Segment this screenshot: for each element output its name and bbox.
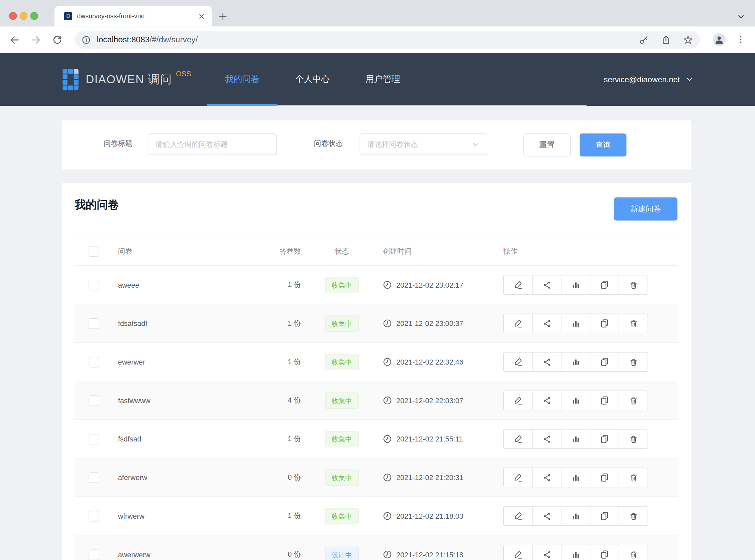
copy-icon	[599, 280, 610, 289]
url-text[interactable]: localhost:8083/#/dw/survey/	[97, 35, 198, 45]
stats-button[interactable]	[561, 314, 590, 333]
copy-button[interactable]	[590, 467, 619, 487]
reload-button[interactable]	[50, 33, 64, 47]
bookmark-star-icon[interactable]	[683, 34, 693, 45]
delete-button[interactable]	[619, 429, 648, 449]
create-survey-button[interactable]: 新建问卷	[614, 197, 677, 220]
edit-button[interactable]	[503, 275, 533, 295]
clock-icon	[383, 280, 392, 289]
search-button[interactable]: 查询	[580, 134, 627, 157]
password-key-icon[interactable]	[638, 34, 649, 45]
copy-button[interactable]	[590, 314, 619, 333]
reset-button[interactable]: 重置	[523, 134, 571, 157]
share-icon	[542, 550, 552, 559]
edit-button[interactable]	[503, 506, 533, 526]
copy-button[interactable]	[590, 391, 619, 410]
delete-button[interactable]	[619, 506, 648, 526]
edit-button[interactable]	[503, 391, 533, 410]
brand[interactable]: DIAOWEN 调问 OSS	[63, 53, 191, 106]
row-checkbox[interactable]	[88, 511, 99, 521]
clock-icon	[383, 473, 392, 482]
share-button[interactable]	[532, 391, 561, 410]
browser-menu-icon[interactable]	[736, 34, 746, 45]
stats-button[interactable]	[561, 545, 590, 560]
browser-profile-avatar[interactable]	[713, 33, 726, 46]
share-button[interactable]	[532, 467, 561, 487]
window-minimize-button[interactable]	[20, 12, 27, 20]
stats-button[interactable]	[561, 429, 590, 449]
created-time: 2021-12-02 22:03:07	[396, 396, 463, 404]
window-zoom-button[interactable]	[30, 12, 38, 20]
status-badge: 收集中	[325, 392, 359, 408]
response-count: 1 份	[262, 319, 306, 328]
col-header-name: 问卷	[113, 247, 262, 256]
stats-button[interactable]	[561, 506, 590, 526]
nav-item-my-surveys[interactable]: 我的问卷	[207, 53, 277, 105]
created-time: 2021-12-02 21:18:03	[396, 512, 463, 520]
row-checkbox[interactable]	[88, 472, 99, 483]
url-path: /#/dw/survey/	[149, 35, 198, 44]
select-all-checkbox[interactable]	[88, 246, 99, 257]
row-checkbox[interactable]	[88, 357, 99, 367]
edit-button[interactable]	[503, 352, 533, 372]
title-filter-input[interactable]	[148, 134, 277, 155]
row-checkbox[interactable]	[88, 549, 99, 560]
stats-button[interactable]	[561, 275, 590, 295]
status-filter-select[interactable]	[360, 134, 487, 155]
share-button[interactable]	[532, 429, 561, 449]
browser-tab-strip: D dwsurvey-oss-front-vue	[0, 0, 755, 27]
row-actions	[503, 429, 648, 449]
copy-button[interactable]	[590, 275, 619, 295]
copy-button[interactable]	[590, 506, 619, 526]
edit-icon	[513, 318, 523, 328]
row-checkbox[interactable]	[88, 280, 99, 290]
clock-icon	[383, 550, 392, 559]
edit-button[interactable]	[503, 467, 533, 487]
table-row: fsdfsad 1 份 收集中 2021-12-02 21:55:11	[75, 420, 678, 458]
user-menu[interactable]: service@diaowen.net	[604, 53, 693, 106]
edit-button[interactable]	[503, 429, 533, 449]
tab-close-icon[interactable]	[198, 12, 206, 20]
share-button[interactable]	[532, 314, 561, 333]
share-button[interactable]	[532, 275, 561, 295]
edit-icon	[513, 473, 523, 482]
delete-button[interactable]	[619, 545, 648, 560]
tab-search-chevron-icon[interactable]	[736, 12, 746, 22]
copy-button[interactable]	[590, 545, 619, 560]
forward-button[interactable]	[29, 33, 43, 47]
delete-icon	[629, 280, 638, 289]
nav-item-user-management[interactable]: 用户管理	[348, 53, 418, 105]
site-info-icon[interactable]	[81, 35, 91, 45]
browser-tab[interactable]: D dwsurvey-oss-front-vue	[54, 6, 212, 26]
share-page-icon[interactable]	[661, 34, 671, 45]
new-tab-button[interactable]	[218, 11, 228, 22]
survey-name: aweee	[113, 281, 262, 289]
copy-icon	[599, 549, 610, 559]
edit-button[interactable]	[503, 545, 533, 560]
share-button[interactable]	[532, 545, 561, 560]
address-bar[interactable]: localhost:8083/#/dw/survey/	[75, 31, 700, 49]
stats-button[interactable]	[561, 467, 590, 487]
row-checkbox[interactable]	[88, 434, 99, 444]
stats-button[interactable]	[561, 352, 590, 372]
row-checkbox[interactable]	[88, 395, 99, 406]
app-header: DIAOWEN 调问 OSS 我的问卷 个人中心 用户管理 service@di…	[0, 53, 755, 106]
delete-button[interactable]	[619, 314, 648, 333]
col-header-count: 答卷数	[262, 247, 306, 256]
delete-button[interactable]	[619, 391, 648, 410]
share-button[interactable]	[532, 352, 561, 372]
nav-item-profile[interactable]: 个人中心	[277, 53, 348, 105]
tab-title: dwsurvey-oss-front-vue	[77, 13, 198, 20]
delete-button[interactable]	[619, 275, 648, 295]
delete-button[interactable]	[619, 352, 648, 372]
edit-button[interactable]	[503, 314, 533, 333]
back-button[interactable]	[8, 33, 21, 47]
row-checkbox[interactable]	[88, 318, 99, 328]
copy-button[interactable]	[590, 352, 619, 372]
share-button[interactable]	[532, 506, 561, 526]
window-close-button[interactable]	[9, 12, 17, 20]
delete-button[interactable]	[619, 467, 648, 487]
share-icon	[542, 434, 552, 444]
copy-button[interactable]	[590, 429, 619, 449]
stats-button[interactable]	[561, 391, 590, 410]
